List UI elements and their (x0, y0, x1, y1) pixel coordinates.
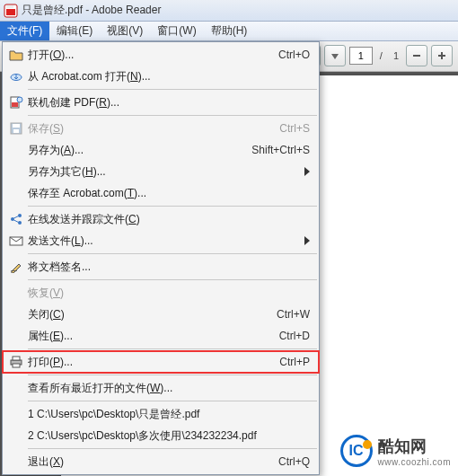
menu-separator (28, 279, 317, 280)
menu-separator (28, 375, 317, 375)
zoom-in-button[interactable] (431, 45, 453, 66)
menu-view[interactable]: 视图(V) (100, 22, 150, 40)
menu-item-21[interactable]: 查看所有最近打开的文件(W)... (3, 377, 319, 399)
menu-separator (28, 348, 317, 349)
minus-icon (411, 50, 422, 61)
menu-item-label: 属性(E)... (26, 329, 279, 344)
menu-item-label: 保存至 Acrobat.com(T)... (26, 186, 310, 201)
svg-rect-5 (441, 52, 443, 59)
menu-item-3[interactable]: 联机创建 PDF(R)... (3, 92, 319, 113)
svg-rect-12 (13, 129, 19, 133)
cloud-open-icon (6, 68, 26, 84)
menu-item-0[interactable]: 打开(O)...Ctrl+O (3, 44, 319, 66)
svg-rect-2 (6, 5, 13, 8)
menu-item-label: 2 C:\Users\pc\Desktop\多次使用\234232234.pdf (26, 428, 310, 444)
menu-separator (28, 401, 317, 401)
menu-item-15: 恢复(V) (3, 282, 319, 304)
svg-point-14 (18, 214, 22, 217)
menu-item-8[interactable]: 保存至 Acrobat.com(T)... (3, 182, 319, 204)
svg-point-9 (17, 97, 22, 102)
sign-icon (6, 259, 26, 275)
plus-icon (436, 50, 447, 61)
menu-separator (28, 253, 317, 254)
watermark-logo-icon: IC (340, 435, 373, 467)
svg-rect-19 (13, 364, 20, 367)
menu-item-label: 保存(S) (26, 121, 279, 137)
menu-item-accel: Ctrl+Q (278, 455, 310, 468)
menu-separator (28, 89, 317, 90)
menu-window[interactable]: 窗口(W) (150, 22, 203, 40)
menu-item-label: 关闭(C) (26, 307, 277, 322)
mail-icon (6, 233, 26, 249)
menu-item-accel: Ctrl+O (278, 48, 310, 61)
menu-item-17[interactable]: 属性(E)...Ctrl+D (3, 325, 319, 347)
menu-item-1[interactable]: 从 Acrobat.com 打开(N)... (3, 66, 319, 87)
menu-separator (28, 115, 317, 116)
menu-item-label: 在线发送并跟踪文件(C) (26, 212, 310, 227)
svg-rect-18 (13, 357, 20, 360)
open-icon (6, 47, 26, 63)
app-pdf-icon (4, 4, 18, 18)
watermark-brand: 酷知网 (378, 436, 451, 457)
blank-icon (6, 428, 26, 444)
svg-rect-1 (6, 9, 15, 15)
blank-icon (6, 163, 26, 180)
watermark: IC 酷知网 www.coozhi.com (340, 435, 451, 467)
menu-item-23[interactable]: 1 C:\Users\pc\Desktop\只是曾经.pdf (3, 403, 319, 425)
zoom-out-button[interactable] (406, 45, 427, 66)
menu-item-13[interactable]: 将文档签名... (3, 256, 319, 278)
menu-item-label: 1 C:\Users\pc\Desktop\只是曾经.pdf (26, 407, 310, 422)
menu-help[interactable]: 帮助(H) (204, 22, 255, 40)
menu-item-label: 将文档签名... (26, 260, 310, 275)
submenu-arrow-icon (304, 236, 310, 245)
watermark-url: www.coozhi.com (378, 457, 451, 467)
menu-item-accel: Ctrl+S (279, 122, 310, 135)
menu-item-5: 保存(S)Ctrl+S (3, 118, 319, 139)
menu-item-label: 另存为其它(H)... (26, 164, 304, 180)
menu-separator (28, 448, 317, 449)
blank-icon (6, 185, 26, 201)
menu-file[interactable]: 文件(F) (0, 22, 49, 40)
svg-rect-11 (13, 124, 20, 128)
blank-icon (6, 142, 26, 158)
menu-item-accel: Ctrl+D (279, 330, 310, 342)
menu-item-label: 另存为(A)... (26, 143, 251, 158)
blank-icon (6, 406, 26, 422)
blank-icon (6, 454, 26, 470)
title-bar: 只是曾经.pdf - Adobe Reader (0, 0, 458, 22)
blank-icon (6, 306, 26, 322)
menu-bar: 文件(F) 编辑(E) 视图(V) 窗口(W) 帮助(H) (0, 22, 458, 41)
window-title: 只是曾经.pdf - Adobe Reader (22, 3, 161, 18)
page-down-button[interactable] (324, 45, 346, 66)
menu-item-label: 从 Acrobat.com 打开(N)... (26, 69, 310, 84)
menu-item-label: 退出(X) (26, 454, 278, 470)
page-separator: / (376, 50, 386, 61)
blank-icon (6, 285, 26, 301)
menu-item-6[interactable]: 另存为(A)...Shift+Ctrl+S (3, 139, 319, 161)
menu-item-10[interactable]: 在线发送并跟踪文件(C) (3, 208, 319, 230)
menu-item-16[interactable]: 关闭(C)Ctrl+W (3, 304, 319, 325)
menu-item-accel: Shift+Ctrl+S (251, 144, 310, 156)
svg-point-15 (18, 221, 22, 225)
file-menu: 打开(O)...Ctrl+O从 Acrobat.com 打开(N)...联机创建… (2, 41, 320, 475)
menu-item-11[interactable]: 发送文件(L)... (3, 230, 319, 251)
svg-rect-8 (12, 102, 18, 107)
arrow-down-icon (330, 51, 339, 60)
menu-item-label: 打开(O)... (26, 48, 278, 63)
save-icon (6, 120, 26, 137)
print-icon (6, 354, 26, 370)
submenu-arrow-icon (304, 167, 310, 176)
menu-item-accel: Ctrl+P (279, 356, 310, 368)
menu-item-26[interactable]: 退出(X)Ctrl+Q (3, 451, 319, 472)
menu-item-label: 查看所有最近打开的文件(W)... (26, 381, 310, 396)
blank-icon (6, 328, 26, 344)
page-number-input[interactable]: 1 (349, 47, 373, 65)
menu-item-19[interactable]: 打印(P)...Ctrl+P (3, 351, 319, 373)
menu-item-label: 联机创建 PDF(R)... (26, 95, 310, 110)
menu-item-7[interactable]: 另存为其它(H)... (3, 161, 319, 182)
menu-item-24[interactable]: 2 C:\Users\pc\Desktop\多次使用\234232234.pdf (3, 425, 319, 446)
menu-item-accel: Ctrl+W (277, 308, 310, 321)
svg-rect-3 (413, 55, 420, 57)
menu-item-label: 打印(P)... (26, 355, 279, 370)
menu-edit[interactable]: 编辑(E) (49, 22, 100, 40)
